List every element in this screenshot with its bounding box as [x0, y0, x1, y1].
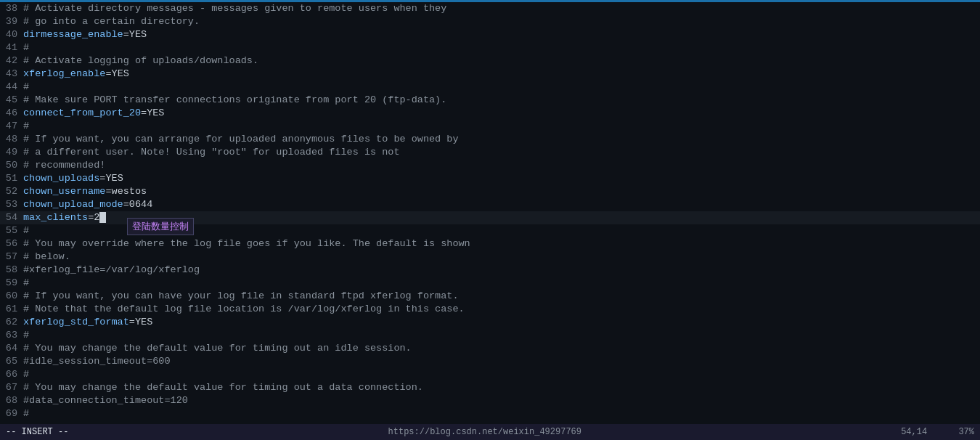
editor-line: 62xferlog_std_format=YES — [0, 316, 980, 329]
line-number: 66 — [0, 368, 23, 381]
editor-line: 40dirmessage_enable=YES — [0, 28, 980, 41]
editor-line: 68#data_connection_timeout=120 — [0, 394, 980, 407]
editor-line: 39# go into a certain directory. — [0, 15, 980, 28]
line-number: 60 — [0, 290, 23, 303]
line-content: # below. — [23, 250, 980, 264]
editor-line: 56# You may override where the log file … — [0, 237, 980, 250]
editor-line: 47# — [0, 120, 980, 133]
line-number: 57 — [0, 250, 23, 264]
line-number: 51 — [0, 172, 23, 185]
line-content: # — [23, 81, 980, 94]
line-content: # Note that the default log file locatio… — [23, 303, 980, 316]
line-number: 62 — [0, 316, 23, 329]
editor-line: 69# — [0, 407, 980, 420]
line-content: xferlog_std_format=YES — [23, 316, 980, 329]
line-number: 65 — [0, 355, 23, 368]
editor-line: 66# — [0, 368, 980, 381]
line-content: connect_from_port_20=YES — [23, 107, 980, 120]
line-number: 56 — [0, 237, 23, 250]
editor-line: 65#idle_session_timeout=600 — [0, 355, 980, 368]
line-number: 41 — [0, 41, 23, 54]
line-number: 44 — [0, 81, 23, 94]
line-content: # Make sure PORT transfer connections or… — [23, 94, 980, 107]
editor-line: 49# a different user. Note! Using "root"… — [0, 146, 980, 159]
editor-area: 38# Activate directory messages - messag… — [0, 0, 980, 424]
line-number: 39 — [0, 15, 23, 28]
line-number: 38 — [0, 2, 23, 15]
status-bar: -- INSERT -- https://blog.csdn.net/weixi… — [0, 424, 980, 440]
line-content: # — [23, 368, 980, 381]
editor-line: 43xferlog_enable=YES — [0, 68, 980, 81]
editor-line: 59# — [0, 277, 980, 290]
line-number: 49 — [0, 146, 23, 159]
line-content: # If you want, you can have your log fil… — [23, 290, 980, 303]
line-number: 67 — [0, 381, 23, 394]
editor-line: 41# — [0, 41, 980, 54]
line-content: dirmessage_enable=YES — [23, 28, 980, 41]
line-number: 53 — [0, 198, 23, 211]
editor-line: 38# Activate directory messages - messag… — [0, 2, 980, 15]
lines-container: 38# Activate directory messages - messag… — [0, 2, 980, 420]
insert-mode-label: -- INSERT -- — [6, 427, 68, 437]
line-number: 55 — [0, 224, 23, 237]
line-number: 40 — [0, 28, 23, 41]
line-number: 45 — [0, 94, 23, 107]
editor-line: 53chown_upload_mode=0644 — [0, 198, 980, 211]
line-content: chown_uploads=YES — [23, 172, 980, 185]
editor-line: 45# Make sure PORT transfer connections … — [0, 94, 980, 107]
editor-line: 63# — [0, 329, 980, 342]
line-number: 61 — [0, 303, 23, 316]
line-content: chown_upload_mode=0644 — [23, 198, 980, 211]
line-content: # You may change the default value for t… — [23, 381, 980, 394]
line-number: 64 — [0, 342, 23, 355]
line-content: # a different user. Note! Using "root" f… — [23, 146, 980, 159]
text-cursor — [99, 212, 106, 223]
line-number: 43 — [0, 68, 23, 81]
editor-line: 57# below. — [0, 250, 980, 264]
line-content: # You may override where the log file go… — [23, 237, 980, 250]
line-content: # — [23, 277, 980, 290]
editor-line: 46connect_from_port_20=YES — [0, 107, 980, 120]
line-content: chown_username=westos — [23, 185, 980, 198]
line-content: xferlog_enable=YES — [23, 68, 980, 81]
editor-line: 67# You may change the default value for… — [0, 381, 980, 394]
line-content: # Activate logging of uploads/downloads. — [23, 54, 980, 68]
line-number: 47 — [0, 120, 23, 133]
editor-line: 50# recommended! — [0, 159, 980, 172]
line-number: 52 — [0, 185, 23, 198]
line-content: # If you want, you can arrange for uploa… — [23, 133, 980, 146]
line-content: #data_connection_timeout=120 — [23, 394, 980, 407]
editor-line: 44# — [0, 81, 980, 94]
line-content: # — [23, 329, 980, 342]
line-number: 63 — [0, 329, 23, 342]
line-content: # — [23, 407, 980, 420]
line-content: # Activate directory messages - messages… — [23, 2, 980, 15]
line-content: #xferlog_file=/var/log/xferlog — [23, 264, 980, 277]
line-number: 59 — [0, 277, 23, 290]
line-number: 48 — [0, 133, 23, 146]
tooltip-popup: 登陆数量控制 — [127, 218, 194, 235]
line-content: # — [23, 41, 980, 54]
line-number: 54 — [0, 211, 23, 224]
line-number: 50 — [0, 159, 23, 172]
line-number: 69 — [0, 407, 23, 420]
line-number: 42 — [0, 54, 23, 68]
editor-line: 52chown_username=westos — [0, 185, 980, 198]
editor-line: 58#xferlog_file=/var/log/xferlog — [0, 264, 980, 277]
line-content: # You may change the default value for t… — [23, 342, 980, 355]
line-number: 46 — [0, 107, 23, 120]
line-number: 58 — [0, 264, 23, 277]
editor-line: 48# If you want, you can arrange for upl… — [0, 133, 980, 146]
editor-line: 51chown_uploads=YES — [0, 172, 980, 185]
editor-line: 42# Activate logging of uploads/download… — [0, 54, 980, 68]
editor-line: 64# You may change the default value for… — [0, 342, 980, 355]
editor-line: 60# If you want, you can have your log f… — [0, 290, 980, 303]
url-label: https://blog.csdn.net/weixin_49297769 — [388, 427, 581, 437]
line-content: # recommended! — [23, 159, 980, 172]
line-content: # go into a certain directory. — [23, 15, 980, 28]
editor-line: 61# Note that the default log file locat… — [0, 303, 980, 316]
line-number: 68 — [0, 394, 23, 407]
line-content: #idle_session_timeout=600 — [23, 355, 980, 368]
line-content: # — [23, 120, 980, 133]
position-label: 54,14 37% — [901, 427, 974, 437]
